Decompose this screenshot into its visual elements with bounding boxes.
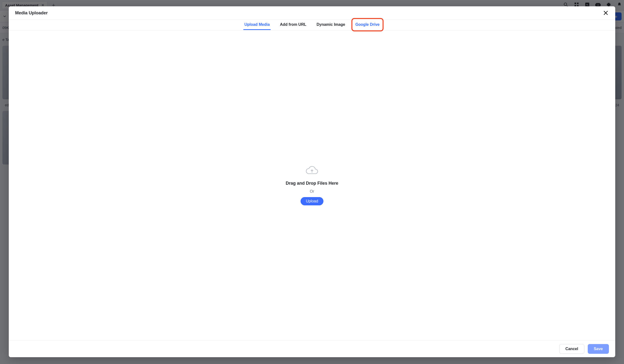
chevron-down-icon[interactable]: [2, 14, 7, 19]
media-uploader-modal: Media Uploader Upload Media Add from URL…: [9, 6, 615, 357]
modal-title: Media Uploader: [15, 10, 48, 16]
cancel-button[interactable]: Cancel: [559, 344, 584, 354]
bell-icon[interactable]: [617, 2, 622, 8]
dropzone-or: Or: [286, 189, 338, 194]
status-fragment: ated: [615, 26, 622, 30]
close-button[interactable]: [603, 10, 609, 16]
size-fragment: 09K: [2, 26, 9, 30]
tab-upload-media[interactable]: Upload Media: [243, 20, 271, 30]
tab-google-drive[interactable]: Google Drive: [354, 20, 381, 30]
tab-add-from-url[interactable]: Add from URL: [279, 20, 307, 30]
drop-zone[interactable]: Drag and Drop Files Here Or Upload: [286, 166, 338, 205]
svg-rect-1: [577, 3, 578, 4]
cloud-upload-icon: [305, 166, 319, 175]
modal-tab-row: Upload Media Add from URL Dynamic Image …: [9, 20, 615, 30]
modal-body: Drag and Drop Files Here Or Upload: [9, 30, 615, 340]
svg-rect-0: [574, 3, 576, 4]
calendar-badge: 14: [595, 4, 601, 6]
tab-dynamic-image[interactable]: Dynamic Image: [316, 20, 346, 30]
save-button[interactable]: Save: [588, 344, 609, 354]
svg-rect-4: [585, 3, 589, 7]
upload-button[interactable]: Upload: [301, 197, 324, 205]
modal-header: Media Uploader: [9, 6, 615, 20]
dropzone-title: Drag and Drop Files Here: [286, 181, 338, 186]
close-icon: [603, 10, 609, 16]
modal-footer: Cancel Save: [9, 340, 615, 357]
